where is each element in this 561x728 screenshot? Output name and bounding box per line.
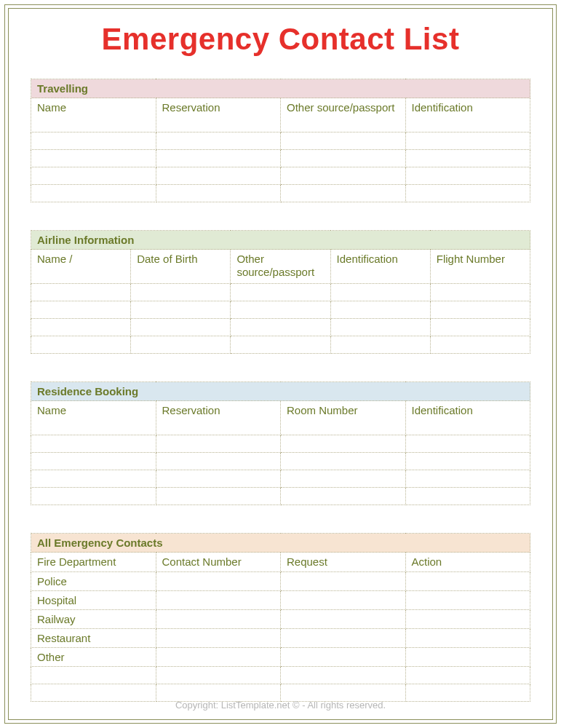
cell[interactable] [281, 610, 406, 629]
cell[interactable] [156, 435, 281, 453]
cell[interactable] [31, 150, 156, 167]
cell[interactable] [31, 185, 156, 202]
cell[interactable] [281, 453, 406, 470]
cell[interactable] [156, 629, 281, 648]
cell[interactable] [231, 319, 330, 336]
section-emergency: All Emergency Contacts Fire Department C… [31, 533, 530, 702]
cell[interactable] [156, 610, 281, 629]
cell[interactable] [156, 150, 281, 167]
cell[interactable] [430, 336, 530, 354]
cell[interactable] [156, 132, 281, 150]
cell[interactable] [281, 150, 406, 167]
col-header: Fire Department [31, 553, 156, 572]
cell[interactable] [405, 610, 530, 629]
cell[interactable] [330, 284, 430, 301]
cell[interactable] [131, 301, 231, 319]
cell[interactable] [405, 167, 530, 185]
cell[interactable] [430, 319, 530, 336]
cell[interactable] [430, 284, 530, 301]
cell[interactable] [31, 301, 131, 319]
cell[interactable] [405, 572, 530, 591]
col-header: Action [405, 553, 530, 572]
cell[interactable] [405, 591, 530, 610]
section-airline: Airline Information Name / Date of Birth… [31, 230, 530, 354]
cell[interactable] [281, 470, 406, 488]
cell[interactable] [156, 453, 281, 470]
cell[interactable] [231, 301, 330, 319]
cell[interactable] [31, 453, 156, 470]
cell[interactable] [31, 132, 156, 150]
cell[interactable] [405, 684, 530, 702]
cell[interactable] [31, 167, 156, 185]
table-row: Police [31, 572, 530, 591]
col-header: Other source/passport [281, 98, 406, 132]
cell[interactable] [405, 648, 530, 667]
table-row: Railway [31, 610, 530, 629]
cell[interactable] [156, 591, 281, 610]
table-row [31, 284, 530, 301]
cell[interactable] [281, 591, 406, 610]
cell[interactable] [156, 684, 281, 702]
cell[interactable] [405, 435, 530, 453]
cell[interactable] [231, 336, 330, 354]
cell[interactable] [231, 284, 330, 301]
table-row [31, 488, 530, 505]
cell[interactable] [31, 488, 156, 505]
cell[interactable] [131, 336, 231, 354]
cell[interactable] [281, 648, 406, 667]
cell[interactable] [31, 667, 156, 684]
cell[interactable]: Hospital [31, 591, 156, 610]
cell[interactable]: Other [31, 648, 156, 667]
cell[interactable] [405, 470, 530, 488]
cell[interactable] [405, 667, 530, 684]
cell[interactable] [281, 132, 406, 150]
cell[interactable] [31, 336, 131, 354]
cell[interactable] [156, 470, 281, 488]
cell[interactable] [31, 470, 156, 488]
cell[interactable] [31, 284, 131, 301]
cell[interactable] [281, 488, 406, 505]
cell[interactable] [330, 336, 430, 354]
cell[interactable] [281, 185, 406, 202]
cell[interactable] [131, 284, 231, 301]
cell[interactable] [405, 185, 530, 202]
col-header: Reservation [156, 401, 281, 435]
cell[interactable] [281, 435, 406, 453]
cell[interactable] [330, 301, 430, 319]
table-row [31, 150, 530, 167]
table-row [31, 185, 530, 202]
table-row: Restaurant [31, 629, 530, 648]
section-title-residence: Residence Booking [31, 382, 530, 401]
cell[interactable] [281, 167, 406, 185]
cell[interactable] [405, 629, 530, 648]
cell[interactable] [31, 319, 131, 336]
table-row [31, 453, 530, 470]
cell[interactable] [430, 301, 530, 319]
cell[interactable] [156, 648, 281, 667]
cell[interactable] [405, 150, 530, 167]
cell[interactable] [156, 488, 281, 505]
cell[interactable]: Police [31, 572, 156, 591]
table-row [31, 301, 530, 319]
cell[interactable]: Railway [31, 610, 156, 629]
cell[interactable] [281, 667, 406, 684]
cell[interactable]: Restaurant [31, 629, 156, 648]
cell[interactable] [156, 167, 281, 185]
cell[interactable] [405, 488, 530, 505]
cell[interactable] [405, 453, 530, 470]
cell[interactable] [156, 572, 281, 591]
cell[interactable] [31, 435, 156, 453]
cell[interactable] [281, 572, 406, 591]
cell[interactable] [156, 667, 281, 684]
cell[interactable] [156, 185, 281, 202]
cell[interactable] [281, 629, 406, 648]
section-title-airline: Airline Information [31, 231, 530, 250]
col-header: Room Number [281, 401, 406, 435]
cell[interactable] [405, 132, 530, 150]
cell[interactable] [131, 319, 231, 336]
table-row [31, 132, 530, 150]
cell[interactable] [31, 684, 156, 702]
cell[interactable] [281, 684, 406, 702]
cell[interactable] [330, 319, 430, 336]
table-airline: Airline Information Name / Date of Birth… [31, 230, 530, 354]
